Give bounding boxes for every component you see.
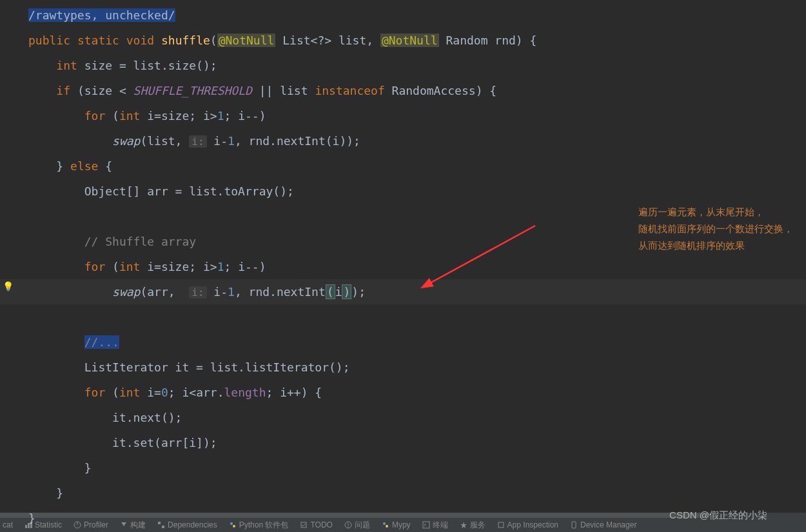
code-annotation: 遍历一遍元素，从末尾开始， 随机找前面序列的一个数进行交换， 从而达到随机排序的… <box>638 204 793 254</box>
param-hint: i: <box>189 135 206 148</box>
svg-rect-2 <box>25 525 27 528</box>
code-body[interactable]: /rawtypes, unchecked/ public static void… <box>28 3 806 531</box>
bracket-match: ( <box>326 284 335 299</box>
notnull-annotation: @NotNull <box>217 34 276 47</box>
watermark: CSDN @假正经的小柒 <box>669 509 767 522</box>
status-cat[interactable]: cat <box>3 520 13 529</box>
notnull-annotation: @NotNull <box>380 34 439 47</box>
param-hint: i: <box>189 286 206 299</box>
annotation-arrow <box>419 219 548 297</box>
suppress-warnings: /rawtypes, unchecked/ <box>28 8 175 22</box>
bracket-match: ) <box>342 284 351 299</box>
svg-line-1 <box>429 226 535 284</box>
intention-bulb-icon[interactable]: 💡 <box>3 281 14 291</box>
